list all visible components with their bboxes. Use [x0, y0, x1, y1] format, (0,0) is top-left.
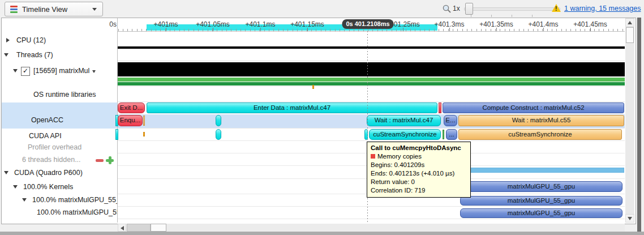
- row-separator: [118, 206, 625, 207]
- horizontal-scrollbar[interactable]: [118, 224, 625, 232]
- ruler-minor-tick: [585, 29, 585, 31]
- hide-thread-icon[interactable]: [96, 159, 104, 162]
- collapse-arrow-icon[interactable]: [13, 69, 18, 72]
- expand-arrow-icon[interactable]: [6, 38, 10, 42]
- ruler-minor-tick: [561, 29, 562, 31]
- ruler-minor-tick: [269, 29, 269, 31]
- sidebar-item-cuda-context[interactable]: CUDA (Quadro P600): [2, 167, 117, 179]
- os-runtime-marker[interactable]: [312, 85, 314, 89]
- collapse-arrow-icon[interactable]: [4, 53, 8, 57]
- collapse-arrow-icon[interactable]: [4, 171, 8, 174]
- sidebar-item-cuda-api[interactable]: CUDA API: [2, 130, 117, 142]
- ruler-minor-tick: [316, 29, 316, 31]
- ruler-minor-tick: [608, 29, 609, 31]
- collapse-arrow-icon[interactable]: [13, 185, 18, 189]
- sidebar-item-cpu[interactable]: CPU (12): [2, 35, 117, 46]
- thread-running-bar[interactable]: [118, 82, 625, 86]
- ruler-minor-tick: [354, 29, 354, 31]
- cudaapi-orange-tick[interactable]: [143, 132, 145, 136]
- vertical-scroll-thumb[interactable]: [626, 27, 634, 43]
- show-thread-icon[interactable]: [106, 156, 114, 164]
- ruler-minor-tick: [406, 29, 406, 31]
- sidebar-item-openacc[interactable]: OpenACC: [2, 114, 117, 126]
- ruler-minor-tick: [552, 29, 552, 31]
- memcpy-call-bar[interactable]: ...: [446, 129, 457, 140]
- scroll-down-button[interactable]: [625, 214, 634, 223]
- sidebar-item-kernel-instance[interactable]: 100.0% matrixMulGPU_55_gpu: [2, 207, 117, 219]
- ruler-minor-tick: [622, 29, 623, 31]
- ruler-minor-tick: [194, 29, 194, 31]
- view-selector-dropdown[interactable]: Timeline View: [5, 2, 103, 16]
- enter-data-bar[interactable]: Enter Data : matrixMul.c47: [147, 102, 437, 113]
- sidebar-item-os-runtime[interactable]: OS runtime libraries: [2, 89, 117, 101]
- kernel-bar-2[interactable]: matrixMulGPU_55_gpu: [460, 196, 622, 206]
- thread-options-caret-icon[interactable]: [92, 70, 96, 73]
- tooltip-line: Return value: 0: [371, 178, 467, 186]
- cudaapi-green-sliver[interactable]: [443, 130, 444, 139]
- sidebar-item-kernels[interactable]: 100.0% Kernels: [2, 181, 117, 193]
- ruler-minor-tick: [127, 29, 128, 31]
- vertical-scrollbar[interactable]: [625, 18, 634, 223]
- ruler-major-tick: [590, 28, 591, 31]
- ruler-minor-tick: [297, 29, 298, 31]
- timeline-view-icon: [10, 6, 18, 13]
- ruler-minor-tick: [123, 29, 123, 31]
- sidebar-item-kernel-group[interactable]: 100.0% matrixMulGPU_55_gpu: [2, 194, 117, 206]
- arrow-up-icon: [628, 21, 632, 24]
- wait-c47-bar[interactable]: Wait : matrixMul.c47: [367, 115, 441, 126]
- thread-runnable-bar[interactable]: [118, 78, 625, 82]
- ruler-minor-tick: [556, 29, 557, 31]
- sidebar-item-label: Profiler overhead: [28, 142, 81, 153]
- ruler-minor-tick: [198, 29, 199, 31]
- sidebar-item-threads-hidden[interactable]: 6 threads hidden...: [2, 154, 117, 166]
- ruler-minor-tick: [245, 29, 246, 31]
- ruler-minor-tick: [358, 29, 359, 31]
- thread-checkbox[interactable]: ✓: [21, 67, 30, 76]
- ruler-minor-tick: [273, 29, 274, 31]
- ruler-tick-label: +401.15ms: [290, 20, 324, 28]
- enqueue-orange-sliver[interactable]: [143, 116, 145, 126]
- horizontal-scroll-thumb-highlight[interactable]: [151, 224, 166, 232]
- row-separator: [118, 49, 625, 49]
- tooltip-title: Call to cuMemcpyHtoDAsync: [371, 144, 467, 152]
- ruler-major-tick: [403, 28, 403, 31]
- kernel-bar-1[interactable]: matrixMulGPU_55_gpu: [460, 181, 622, 192]
- sidebar-item-label: CPU (12): [16, 35, 46, 46]
- messages-link[interactable]: 1 warning, 15 messages: [564, 5, 641, 12]
- exit-data-bar[interactable]: Exit D...: [118, 102, 145, 113]
- ruler-minor-tick: [603, 29, 604, 31]
- ruler-minor-tick: [486, 29, 486, 31]
- sidebar-item-matrixmul-thread[interactable]: ✓[15659] matrixMul: [2, 65, 117, 77]
- exit-sliver-bar[interactable]: [439, 102, 441, 113]
- ruler-tick-label: +401.45ms: [573, 20, 607, 28]
- collapse-arrow-icon[interactable]: [22, 198, 27, 202]
- cpu-utilization-bar[interactable]: [118, 46, 625, 49]
- compute-construct-bar[interactable]: Compute Construct : matrixMul.c52: [443, 102, 624, 113]
- scroll-left-button[interactable]: [118, 224, 126, 232]
- ruler-minor-tick: [203, 29, 203, 31]
- magnifier-icon: [442, 4, 452, 14]
- ruler-minor-tick: [330, 29, 330, 31]
- openacc-small-event[interactable]: [216, 115, 221, 126]
- wait-c55-bar[interactable]: Wait : matrixMul.c55: [458, 115, 624, 126]
- ruler-minor-tick: [505, 29, 505, 31]
- enqueue-upload-bar[interactable]: E...: [444, 115, 457, 126]
- context-activity-bar[interactable]: [458, 168, 624, 173]
- ruler-minor-tick: [481, 29, 482, 31]
- custreamsync-cyan-bar[interactable]: cuStreamSynchronize: [369, 129, 441, 140]
- sidebar-item-profiler-overhead[interactable]: Profiler overhead: [2, 142, 117, 153]
- cudaapi-small-event[interactable]: [216, 129, 221, 140]
- zoom-slider-thumb[interactable]: [465, 3, 473, 15]
- cudaapi-edge-sliver[interactable]: [115, 129, 118, 140]
- sidebar-item-threads[interactable]: Threads (7): [2, 49, 117, 61]
- kernel-bar-3[interactable]: matrixMulGPU_55_gpu: [460, 208, 622, 218]
- enqueue-bar[interactable]: Enqu...: [118, 115, 143, 126]
- ruler-minor-tick: [599, 29, 599, 31]
- horizontal-scroll-thumb[interactable]: [127, 224, 151, 232]
- zoom-slider-track[interactable]: [464, 7, 560, 11]
- thread-state-bar[interactable]: [118, 62, 625, 76]
- scroll-up-button[interactable]: [625, 18, 634, 27]
- ruler-minor-tick: [617, 29, 618, 31]
- custreamsync-orange-bar[interactable]: cuStreamSynchronize: [458, 129, 622, 140]
- ruler-major-tick: [307, 28, 308, 31]
